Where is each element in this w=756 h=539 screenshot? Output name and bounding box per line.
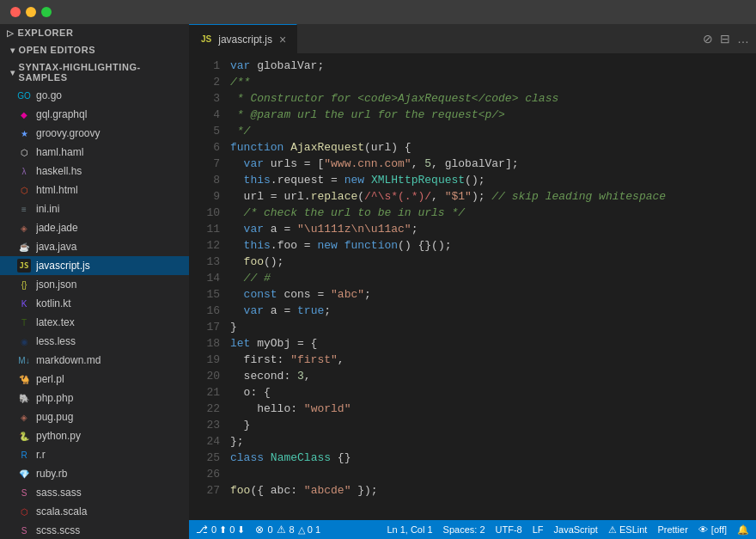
sidebar-item-javascript[interactable]: JSjavascript.js xyxy=(0,256,189,275)
line-number-21: 21 xyxy=(189,384,220,401)
status-right: Ln 1, Col 1 Spaces: 2 UTF-8 LF JavaScrip… xyxy=(387,524,749,536)
sidebar-item-r[interactable]: Rr.r xyxy=(0,445,189,464)
encoding-status[interactable]: UTF-8 xyxy=(496,524,522,535)
file-icon-java: ☕ xyxy=(17,240,31,254)
sidebar-item-ini[interactable]: ≡ini.ini xyxy=(0,199,189,218)
git-status[interactable]: ⎇ 0 ⬆ 0 ⬇ xyxy=(196,524,245,536)
editor-layout-button[interactable]: ⊟ xyxy=(720,32,730,46)
bell-status[interactable]: 🔔 xyxy=(737,524,749,536)
file-icon-pug: ◈ xyxy=(17,410,31,424)
code-line-19: first: "first", xyxy=(230,352,742,368)
sidebar-item-php[interactable]: 🐘php.php xyxy=(0,389,189,407)
file-name-ini: ini.ini xyxy=(36,203,182,215)
line-number-3: 3 xyxy=(189,90,220,107)
file-list: GOgo.go◆gql.graphql★groovy.groovy⬡haml.h… xyxy=(0,86,189,539)
tab-close-button[interactable]: × xyxy=(279,34,286,46)
code-line-3: * Constructor for <code>AjaxRequest</cod… xyxy=(230,90,742,107)
file-name-groovy: groovy.groovy xyxy=(36,127,182,139)
warning-icon: ⚠ xyxy=(277,524,286,536)
code-line-4: * @param url the url for the request<p/> xyxy=(230,107,742,123)
line-number-11: 11 xyxy=(189,221,220,237)
file-name-jade: jade.jade xyxy=(36,222,182,234)
line-number-18: 18 xyxy=(189,335,220,352)
sidebar-item-markdown[interactable]: M↓markdown.md xyxy=(0,351,189,370)
code-line-22: hello: "world" xyxy=(230,401,742,417)
prettier-status[interactable]: Prettier xyxy=(657,524,687,535)
code-line-5: */ xyxy=(230,123,742,139)
code-line-1: var globalVar; xyxy=(230,58,742,74)
sidebar-item-scala[interactable]: ⬡scala.scala xyxy=(0,502,189,521)
sidebar-item-latex[interactable]: Tlatex.tex xyxy=(0,313,189,332)
sidebar-item-haml[interactable]: ⬡haml.haml xyxy=(0,143,189,162)
syntax-samples-header[interactable]: ▾ SYNTAX-HIGHLIGHTING-SAMPLES xyxy=(0,58,189,86)
file-name-r: r.r xyxy=(36,449,182,461)
close-button[interactable] xyxy=(10,7,21,17)
sidebar-item-html[interactable]: ⬡html.html xyxy=(0,181,189,199)
main-layout: ▷ EXPLORER ▾ OPEN EDITORS ▾ SYNTAX-HIGHL… xyxy=(0,24,756,539)
sidebar-item-less[interactable]: ◉less.less xyxy=(0,332,189,351)
line-number-27: 27 xyxy=(189,482,220,499)
code-line-17: } xyxy=(230,319,742,335)
explorer-label: EXPLORER xyxy=(18,28,74,38)
sidebar-item-jade[interactable]: ◈jade.jade xyxy=(0,218,189,237)
sidebar-item-haskell[interactable]: λhaskell.hs xyxy=(0,162,189,181)
errors-status[interactable]: ⊗ 0 ⚠ 8 △ 0 1 xyxy=(255,524,320,536)
code-line-13: foo(); xyxy=(230,254,742,270)
tab-js-icon: JS xyxy=(199,34,213,45)
file-name-markdown: markdown.md xyxy=(36,354,182,366)
file-name-perl: perl.pl xyxy=(36,373,182,385)
explorer-header[interactable]: ▷ EXPLORER xyxy=(0,24,189,41)
status-left: ⎇ 0 ⬆ 0 ⬇ ⊗ 0 ⚠ 8 △ 0 1 xyxy=(196,524,320,536)
sidebar-item-graphql[interactable]: ◆gql.graphql xyxy=(0,105,189,124)
minimize-button[interactable] xyxy=(26,7,36,17)
sidebar-item-pug[interactable]: ◈pug.pug xyxy=(0,407,189,426)
file-icon-scss: S xyxy=(17,524,31,537)
code-line-23: } xyxy=(230,417,742,433)
sidebar-item-perl[interactable]: 🐪perl.pl xyxy=(0,370,189,389)
tab-javascript[interactable]: JS javascript.js × xyxy=(189,24,297,54)
code-line-24: }; xyxy=(230,433,742,450)
eye-status[interactable]: 👁 [off] xyxy=(698,524,727,535)
explorer-chevron: ▷ xyxy=(7,28,15,38)
sidebar-item-ruby[interactable]: 💎ruby.rb xyxy=(0,464,189,483)
file-icon-python: 🐍 xyxy=(17,429,31,443)
eslint-status[interactable]: ⚠ ESLint xyxy=(608,524,647,536)
sidebar-item-groovy[interactable]: ★groovy.groovy xyxy=(0,124,189,143)
file-name-less: less.less xyxy=(36,335,182,347)
split-editor-button[interactable]: ⊘ xyxy=(703,32,713,46)
more-actions-button[interactable]: … xyxy=(737,32,749,46)
maximize-button[interactable] xyxy=(41,7,52,17)
sidebar-item-json[interactable]: {}json.json xyxy=(0,275,189,294)
syntax-samples-label: SYNTAX-HIGHLIGHTING-SAMPLES xyxy=(19,62,182,83)
file-name-latex: latex.tex xyxy=(36,316,182,328)
code-editor[interactable]: 1234567891011121314151617181920212223242… xyxy=(189,54,756,520)
line-number-23: 23 xyxy=(189,417,220,433)
file-icon-r: R xyxy=(17,448,31,462)
file-name-scala: scala.scala xyxy=(36,505,182,518)
open-editors-header[interactable]: ▾ OPEN EDITORS xyxy=(0,41,189,58)
sidebar-item-kotlin[interactable]: Kkotlin.kt xyxy=(0,294,189,313)
sidebar-item-scss[interactable]: Sscss.scss xyxy=(0,521,189,539)
file-icon-kotlin: K xyxy=(17,297,31,310)
sidebar-item-sass[interactable]: Ssass.sass xyxy=(0,483,189,502)
position-status[interactable]: Ln 1, Col 1 xyxy=(387,524,432,535)
eye-label: [off] xyxy=(711,524,727,535)
file-name-javascript: javascript.js xyxy=(36,260,182,272)
spaces-status[interactable]: Spaces: 2 xyxy=(443,524,485,535)
file-name-python: python.py xyxy=(36,430,182,442)
language-status[interactable]: JavaScript xyxy=(554,524,598,535)
file-icon-perl: 🐪 xyxy=(17,372,31,386)
code-content[interactable]: var globalVar;/** * Constructor for <cod… xyxy=(230,58,756,517)
git-icon: ⎇ xyxy=(196,524,208,536)
tab-bar: JS javascript.js × ⊘ ⊟ … xyxy=(189,24,756,54)
code-line-27: foo({ abc: "abcde" }); xyxy=(230,482,742,499)
file-icon-haml: ⬡ xyxy=(17,145,31,159)
sidebar-item-java[interactable]: ☕java.java xyxy=(0,237,189,256)
sidebar-item-go[interactable]: GOgo.go xyxy=(0,86,189,105)
eye-icon: 👁 xyxy=(698,524,708,535)
code-line-10: /* check the url to be in urls */ xyxy=(230,205,742,221)
sidebar-item-python[interactable]: 🐍python.py xyxy=(0,426,189,445)
line-ending-status[interactable]: LF xyxy=(533,524,544,535)
line-number-9: 9 xyxy=(189,188,220,205)
code-line-16: var a = true; xyxy=(230,303,742,319)
